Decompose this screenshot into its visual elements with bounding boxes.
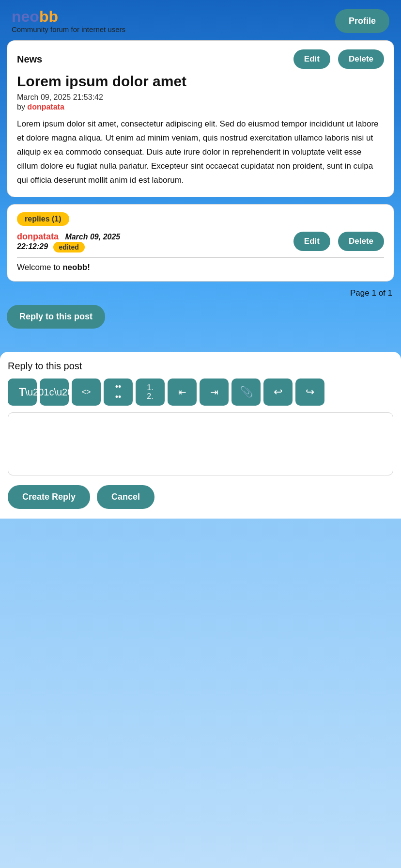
edited-badge: edited	[53, 242, 85, 253]
reply-bottom-actions: Create Reply Cancel	[8, 485, 393, 519]
post-edit-button[interactable]: Edit	[293, 49, 330, 69]
post-delete-button[interactable]: Delete	[338, 49, 384, 69]
post-body: Lorem ipsum dolor sit amet, consectetur …	[17, 117, 384, 187]
replies-card: replies (1) donpatata March 09, 2025 22:…	[7, 204, 394, 282]
attach-icon[interactable]: 📎	[231, 379, 261, 406]
reply-section: Reply to this post T \u201c\u201d <> •••…	[0, 352, 401, 519]
reply-info: donpatata March 09, 2025 22:12:29 edited	[17, 232, 120, 253]
unordered-list-icon[interactable]: ••••	[104, 379, 133, 406]
reply-meta: donpatata March 09, 2025 22:12:29 edited…	[17, 232, 384, 253]
replies-badge: replies (1)	[17, 212, 69, 226]
logo-neo: neo	[12, 8, 39, 25]
post-date: March 09, 2025 21:53:42	[17, 93, 384, 102]
logo: neobb	[12, 9, 125, 24]
post-card-header: News Edit Delete	[17, 49, 384, 69]
reply-body: Welcome to neobb!	[17, 257, 384, 272]
reply-body-bold: neobb!	[62, 263, 90, 272]
pagination: Page 1 of 1	[7, 288, 394, 298]
reply-section-title: Reply to this post	[8, 361, 393, 372]
cancel-button[interactable]: Cancel	[97, 485, 154, 509]
post-actions: Edit Delete	[290, 49, 384, 69]
undo-icon[interactable]: ↩	[263, 379, 293, 406]
reply-body-text: Welcome to	[17, 263, 62, 272]
reply-to-post-button[interactable]: Reply to this post	[7, 305, 105, 329]
create-reply-button[interactable]: Create Reply	[8, 485, 90, 509]
redo-icon[interactable]: ↪	[295, 379, 324, 406]
post-author: donpatata	[27, 103, 64, 111]
post-card: News Edit Delete Lorem ipsum dolor amet …	[7, 40, 394, 197]
reply-edit-button[interactable]: Edit	[293, 232, 330, 251]
logo-subtitle: Community forum for internet users	[12, 25, 125, 33]
logo-bb: bb	[39, 8, 58, 25]
reply-textarea[interactable]	[8, 412, 393, 475]
reply-date: March 09, 2025	[65, 233, 120, 241]
reply-delete-button[interactable]: Delete	[338, 232, 384, 251]
reply-author: donpatata	[17, 232, 59, 241]
outdent-icon[interactable]: ⇤	[168, 379, 197, 406]
reply-time: 22:12:29	[17, 243, 48, 251]
ordered-list-icon[interactable]: 1.2.	[136, 379, 165, 406]
code-icon[interactable]: <>	[72, 379, 101, 406]
reply-toolbar: T \u201c\u201d <> •••• 1.2. ⇤ ⇥ 📎 ↩ ↪	[8, 379, 393, 406]
blockquote-icon[interactable]: \u201c\u201d	[40, 379, 69, 406]
header: neobb Community forum for internet users…	[7, 0, 394, 40]
post-category: News	[17, 54, 42, 65]
post-by: by donpatata	[17, 103, 384, 111]
reply-actions: Edit Delete	[290, 232, 384, 251]
post-title: Lorem ipsum dolor amet	[17, 73, 384, 90]
post-by-label: by	[17, 103, 25, 111]
indent-icon[interactable]: ⇥	[200, 379, 229, 406]
profile-button[interactable]: Profile	[335, 9, 389, 33]
logo-area: neobb Community forum for internet users	[12, 9, 125, 33]
